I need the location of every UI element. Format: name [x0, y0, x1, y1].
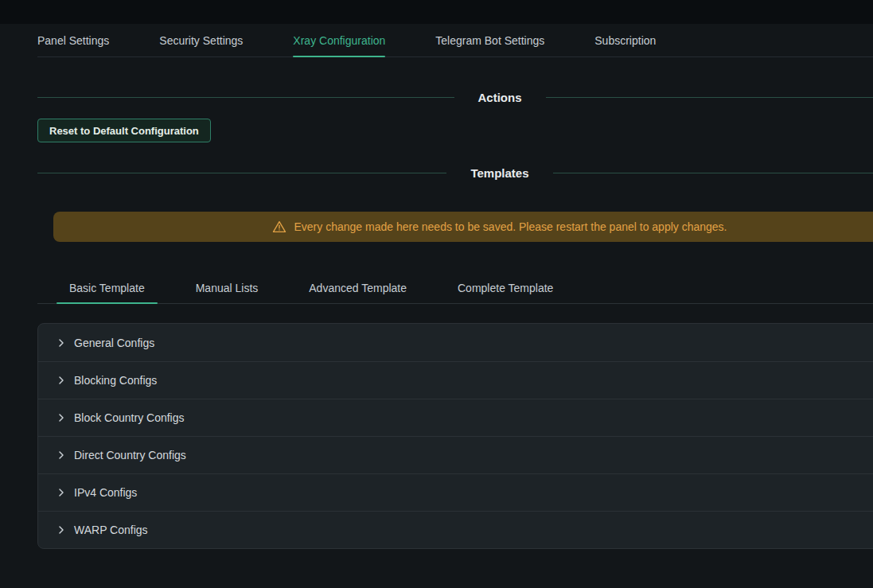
collapse-panel-label: General Configs: [74, 337, 154, 349]
collapse-panel-general-configs[interactable]: General Configs: [38, 324, 873, 361]
tab-security-settings[interactable]: Security Settings: [159, 24, 243, 56]
chevron-right-icon: [57, 413, 66, 423]
tab-panel-settings[interactable]: Panel Settings: [37, 24, 109, 56]
collapse-panel-direct-country-configs[interactable]: Direct Country Configs: [38, 436, 873, 473]
divider-line: [546, 97, 873, 98]
chevron-right-icon: [57, 525, 66, 535]
tab-basic-template[interactable]: Basic Template: [57, 272, 158, 303]
tab-telegram-bot-settings[interactable]: Telegram Bot Settings: [435, 24, 544, 56]
top-bar: [0, 0, 873, 24]
collapse-panel-label: IPv4 Configs: [74, 486, 137, 499]
settings-tabs: Panel Settings Security Settings Xray Co…: [37, 24, 873, 57]
template-tabs: Basic Template Manual Lists Advanced Tem…: [37, 272, 873, 304]
actions-divider-label: Actions: [478, 91, 522, 104]
templates-divider: Templates: [37, 166, 873, 180]
collapse-panel-warp-configs[interactable]: WARP Configs: [38, 511, 873, 548]
tab-xray-configuration[interactable]: Xray Configuration: [293, 24, 385, 56]
chevron-right-icon: [57, 488, 66, 497]
tab-manual-lists[interactable]: Manual Lists: [183, 272, 271, 303]
restart-warning-alert: Every change made here needs to be saved…: [53, 212, 873, 242]
tab-advanced-template[interactable]: Advanced Template: [296, 272, 419, 303]
collapse-panel-label: WARP Configs: [74, 524, 148, 536]
warning-triangle-icon: [272, 220, 286, 234]
tab-subscription[interactable]: Subscription: [594, 24, 656, 56]
collapse-panel-label: Direct Country Configs: [74, 449, 186, 461]
chevron-right-icon: [57, 376, 66, 385]
config-collapse-list: General Configs Blocking Configs Block C…: [37, 323, 873, 549]
collapse-panel-block-country-configs[interactable]: Block Country Configs: [38, 399, 873, 436]
divider-line: [553, 173, 873, 173]
templates-divider-label: Templates: [470, 166, 528, 180]
divider-line: [37, 173, 446, 173]
divider-line: [37, 97, 454, 98]
alert-message: Every change made here needs to be saved…: [294, 220, 727, 233]
collapse-panel-label: Block Country Configs: [74, 411, 185, 424]
reset-to-default-button[interactable]: Reset to Default Configuration: [37, 119, 211, 142]
xray-configuration-page: Panel Settings Security Settings Xray Co…: [37, 24, 873, 549]
collapse-panel-label: Blocking Configs: [74, 374, 157, 387]
tab-complete-template[interactable]: Complete Template: [445, 272, 566, 303]
actions-divider: Actions: [37, 91, 873, 104]
chevron-right-icon: [57, 338, 66, 348]
collapse-panel-blocking-configs[interactable]: Blocking Configs: [38, 361, 873, 399]
collapse-panel-ipv4-configs[interactable]: IPv4 Configs: [38, 473, 873, 511]
chevron-right-icon: [57, 450, 66, 460]
